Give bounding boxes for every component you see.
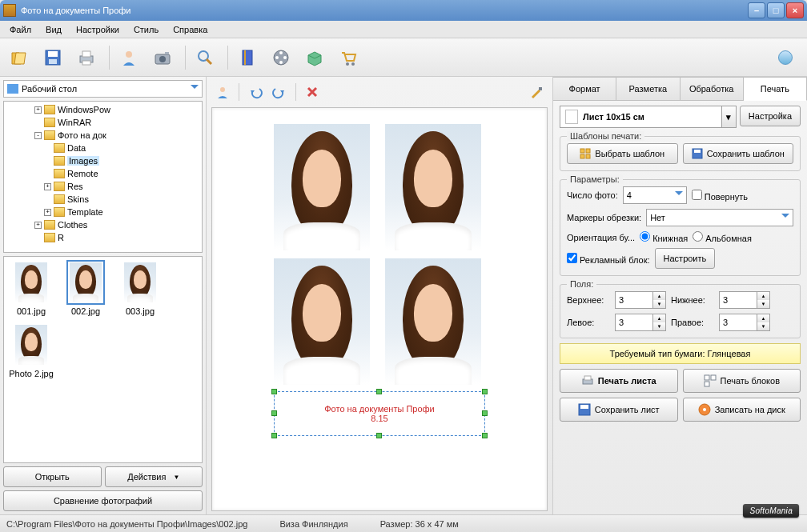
orientation-landscape-radio[interactable]: Альбомная <box>693 231 752 243</box>
photo-cell[interactable] <box>385 124 481 250</box>
statusbar: C:\Program Files\Фото на документы Профи… <box>0 514 807 532</box>
margin-bottom-spinner[interactable]: 3▲▼ <box>719 291 770 309</box>
canvas[interactable]: Фото на документы Профи 8.15 <box>211 107 548 511</box>
save-icon[interactable] <box>38 43 67 72</box>
thumbnail[interactable]: 001.jpg <box>7 260 55 316</box>
tree-item[interactable]: Skins <box>6 193 200 206</box>
svg-rect-25 <box>580 154 584 158</box>
tree-item[interactable]: Data <box>6 142 200 154</box>
box-icon[interactable] <box>300 43 329 72</box>
tree-item[interactable]: +WindowsPow <box>6 103 200 116</box>
svg-rect-2 <box>49 59 57 64</box>
tab-bar: Формат Разметка Обработка Печать <box>553 77 807 101</box>
svg-rect-9 <box>165 52 169 54</box>
book-icon[interactable] <box>233 43 262 72</box>
photo-cell[interactable] <box>385 258 481 385</box>
photo-cell[interactable] <box>274 258 370 385</box>
thumbnail[interactable]: Photo 2.jpg <box>7 322 55 378</box>
tab-processing[interactable]: Обработка <box>681 77 744 100</box>
photo-count-select[interactable]: 4 <box>623 186 687 204</box>
camera-icon[interactable] <box>148 43 177 72</box>
sheet-size-label: Лист 10x15 см <box>583 112 644 122</box>
menu-settings[interactable]: Настройки <box>70 22 126 37</box>
configure-ad-button[interactable]: Настроить <box>655 248 716 269</box>
menu-view[interactable]: Вид <box>39 22 68 37</box>
delete-icon[interactable] <box>301 82 323 102</box>
print-blocks-button[interactable]: Печать блоков <box>683 369 801 393</box>
tab-format[interactable]: Формат <box>553 77 616 100</box>
reel-icon[interactable] <box>267 43 295 72</box>
zoom-icon[interactable] <box>191 43 219 72</box>
thumbnail[interactable]: 002.jpg <box>62 260 110 316</box>
tab-layout[interactable]: Разметка <box>616 77 680 100</box>
save-template-button[interactable]: Сохранить шаблон <box>683 143 794 164</box>
tree-item[interactable]: +Clothes <box>6 218 200 231</box>
tab-print[interactable]: Печать <box>744 77 807 101</box>
folder-path-select[interactable]: Рабочий стол <box>3 80 203 98</box>
tree-item[interactable]: Remote <box>6 167 200 180</box>
svg-point-17 <box>275 56 279 59</box>
crop-markers-select[interactable]: Нет <box>646 209 793 226</box>
thumbnail-grid[interactable]: 001.jpg002.jpg003.jpgPhoto 2.jpg <box>3 256 203 463</box>
close-button[interactable]: × <box>786 2 804 18</box>
watermark-box[interactable]: Фото на документы Профи 8.15 <box>274 391 485 436</box>
svg-point-15 <box>279 51 283 54</box>
actions-button[interactable]: Действия▼ <box>105 466 203 487</box>
tree-item[interactable]: +Res <box>6 180 200 193</box>
crop-markers-label: Маркеры обрезки: <box>567 213 641 222</box>
open-icon[interactable] <box>5 43 34 72</box>
printer-icon <box>581 374 594 387</box>
grid-icon <box>580 148 591 159</box>
watermark-brand: SoftoMania <box>743 504 799 518</box>
thumbnail[interactable]: 003.jpg <box>116 260 164 316</box>
brush-icon[interactable] <box>525 82 548 102</box>
margin-bottom-label: Нижнее: <box>671 295 714 305</box>
maximize-button[interactable]: □ <box>767 2 785 18</box>
tree-item[interactable]: -Фото на док <box>6 129 200 142</box>
tree-item[interactable]: WinRAR <box>6 116 200 129</box>
print-sheet-button[interactable]: Печать листа <box>560 369 678 393</box>
open-button[interactable]: Открыть <box>3 466 102 487</box>
choose-template-button[interactable]: Выбрать шаблон <box>567 143 678 164</box>
tree-item[interactable]: Images <box>6 154 200 167</box>
orientation-portrait-radio[interactable]: Книжная <box>640 231 688 243</box>
help-icon[interactable] <box>778 50 793 65</box>
rotate-right-icon[interactable] <box>268 82 291 102</box>
svg-rect-35 <box>580 405 588 409</box>
main-toolbar <box>0 38 807 77</box>
margin-left-spinner[interactable]: 3▲▼ <box>615 314 666 331</box>
write-disc-button[interactable]: Записать на диск <box>683 398 801 422</box>
svg-point-8 <box>159 56 166 62</box>
tree-item[interactable]: R <box>6 231 200 244</box>
svg-rect-28 <box>694 150 701 153</box>
add-person-icon[interactable] <box>211 82 234 102</box>
person-icon[interactable] <box>114 43 143 72</box>
minimize-button[interactable]: – <box>748 2 765 18</box>
dropdown-icon: ▾ <box>721 106 736 127</box>
cart-icon[interactable] <box>334 43 363 72</box>
setup-button[interactable]: Настройка <box>740 106 801 126</box>
svg-point-21 <box>220 87 225 92</box>
menu-file[interactable]: Файл <box>3 22 38 37</box>
tree-item[interactable]: +Template <box>6 206 200 218</box>
disk-icon <box>692 148 703 159</box>
menubar: Файл Вид Настройки Стиль Справка <box>0 21 807 38</box>
rotate-checkbox[interactable]: Повернуть <box>692 190 748 202</box>
menu-style[interactable]: Стиль <box>127 22 165 37</box>
margin-right-spinner[interactable]: 3▲▼ <box>719 314 770 331</box>
ad-block-checkbox[interactable]: Рекламный блок: <box>567 253 650 265</box>
margins-group: Поля: Верхнее: 3▲▼ Нижнее: 3▲▼ Левое: 3▲… <box>560 284 801 338</box>
svg-point-37 <box>703 408 706 411</box>
margin-top-spinner[interactable]: 3▲▼ <box>615 291 666 309</box>
rotate-left-icon[interactable] <box>244 82 267 102</box>
svg-point-19 <box>346 62 349 66</box>
margin-top-label: Верхнее: <box>567 295 610 305</box>
dropdown-icon <box>191 85 199 93</box>
menu-help[interactable]: Справка <box>167 22 214 37</box>
print-icon[interactable] <box>72 43 101 72</box>
save-sheet-button[interactable]: Сохранить лист <box>560 398 678 422</box>
photo-cell[interactable] <box>274 124 370 250</box>
folder-tree[interactable]: +WindowsPowWinRAR-Фото на докDataImagesR… <box>3 101 203 253</box>
compare-button[interactable]: Сравнение фотографий <box>3 490 203 511</box>
sheet-size-select[interactable]: Лист 10x15 см ▾ <box>560 106 737 128</box>
